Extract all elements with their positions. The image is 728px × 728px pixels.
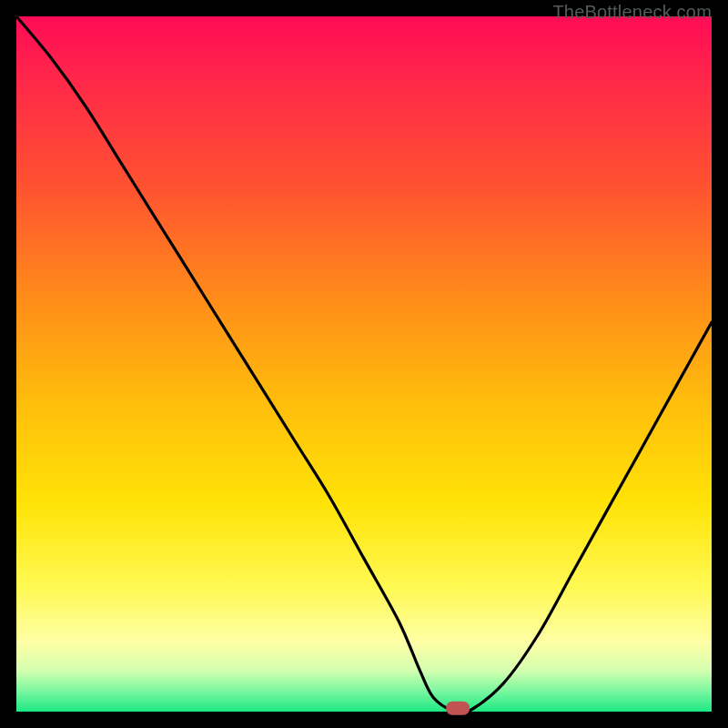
bottleneck-curve [16,16,712,712]
curve-path [16,16,712,714]
plot-area [16,16,712,712]
watermark-text: TheBottleneck.com [552,2,712,23]
minimum-marker [446,702,470,715]
chart-frame: TheBottleneck.com [0,0,728,728]
